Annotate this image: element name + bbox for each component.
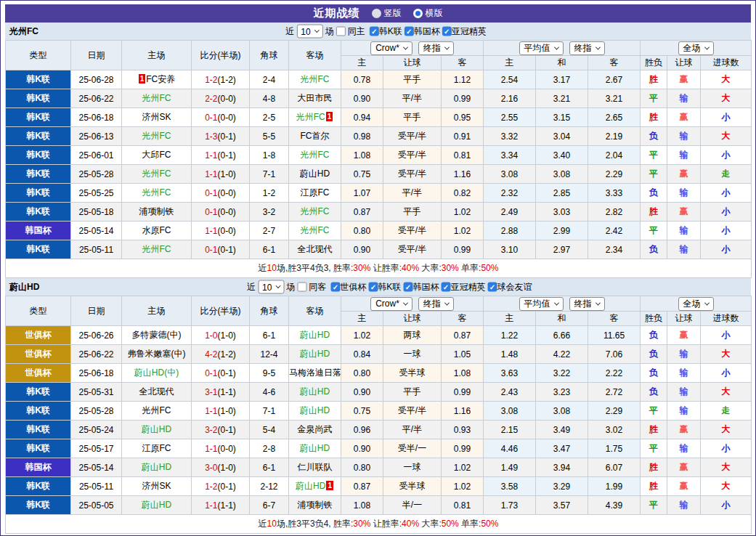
corner-score: 5-4 xyxy=(250,421,289,439)
team-section-ulsan: 蔚山HD 近 10 场 同客 ✓世俱杯✓韩K联✓韩国杯✓亚冠精英✓球会友谊 xyxy=(5,278,751,534)
odds-home: 0.78 xyxy=(341,70,383,89)
avg-home: 2.43 xyxy=(484,383,536,402)
radio-selected-icon[interactable] xyxy=(413,9,423,18)
avg-draw: 3.47 xyxy=(536,439,588,458)
score: 1-1(0-1) xyxy=(192,146,250,165)
result-outcome: 负 xyxy=(641,364,667,383)
match-count-select[interactable]: 10 xyxy=(258,280,284,294)
table-row: 韩K联 25-05-18 浦项制铁 0-1(0-0) 3-2 光州FC 0.87… xyxy=(6,203,752,222)
league-checkbox[interactable]: ✓ xyxy=(368,283,378,292)
match-date: 25-06-22 xyxy=(71,89,122,108)
odds-away: 0.93 xyxy=(442,421,484,439)
col-avg-away: 客 xyxy=(588,56,641,70)
bookmaker-select[interactable]: Crow* xyxy=(370,41,412,55)
result-goals: 小 xyxy=(701,108,752,127)
chevron-down-icon xyxy=(403,300,408,305)
same-venue-checkbox[interactable] xyxy=(336,27,346,36)
league-checkbox-label: 韩国杯 xyxy=(414,25,440,38)
layout-radio-vertical[interactable]: 竖版 xyxy=(372,7,402,20)
table-row: 韩K联 25-06-01 大邱FC 1-1(0-1) 1-8 光州FC 1.08… xyxy=(6,146,752,165)
score: 1-0(1-0) xyxy=(192,326,250,345)
table-row: 韩K联 25-06-28 1FC安养 1-2(1-2) 2-4 光州FC 0.7… xyxy=(6,70,752,89)
average-time-select[interactable]: 终指 xyxy=(569,41,605,55)
match-count-select[interactable]: 10 xyxy=(296,25,322,38)
odds-time-select[interactable]: 终指 xyxy=(418,41,454,55)
result-outcome: 负 xyxy=(641,127,667,146)
col-home: 主场 xyxy=(122,296,192,326)
avg-away: 2.29 xyxy=(588,402,641,421)
matches-tbody: 韩K联 25-06-28 1FC安养 1-2(1-2) 2-4 光州FC 0.7… xyxy=(6,70,752,259)
result-outcome: 平 xyxy=(641,222,667,240)
col-away: 客场 xyxy=(289,296,341,326)
odds-home: 1.08 xyxy=(341,146,383,165)
score: 1-1(1-0) xyxy=(192,165,250,184)
radio-icon[interactable] xyxy=(372,9,381,18)
home-team: 水原FC xyxy=(122,222,192,240)
odds-away: 0.95 xyxy=(442,108,484,127)
odds-home: 0.94 xyxy=(341,108,383,127)
red-card-badge: 1 xyxy=(326,481,333,490)
away-team: 光州FC xyxy=(289,70,341,89)
match-date: 25-05-11 xyxy=(71,240,122,259)
league-checkbox[interactable]: ✓ xyxy=(370,27,379,36)
chevron-down-icon xyxy=(554,300,559,305)
chevron-down-icon xyxy=(444,44,450,49)
corner-score: 6-1 xyxy=(250,326,289,345)
average-select[interactable]: 平均值 xyxy=(519,41,564,55)
col-corner: 角球 xyxy=(250,41,289,70)
league-filter-group: ✓世俱杯✓韩K联✓韩国杯✓亚冠精英✓球会友谊 xyxy=(328,281,532,293)
table-row: 韩K联 25-05-11 光州FC 0-1(0-1) 6-1 全北现代 0.90… xyxy=(6,240,752,259)
corner-score: 7-1 xyxy=(250,402,289,421)
away-team: 光州FC xyxy=(289,146,341,165)
average-time-select[interactable]: 终指 xyxy=(569,297,605,311)
league-checkbox[interactable]: ✓ xyxy=(405,27,414,36)
table-row: 韩国杯 25-05-14 蔚山HD 3-0(1-0) 6-1 仁川联队 0.80… xyxy=(6,458,752,477)
col-result-goals: 进球数 xyxy=(701,312,752,326)
corner-score: 4-6 xyxy=(250,383,289,402)
away-team: 蔚山HD xyxy=(289,439,341,458)
bookmaker-select[interactable]: Crow* xyxy=(370,297,412,311)
avg-draw: 3.49 xyxy=(536,421,588,439)
odds-home: 0.87 xyxy=(341,477,383,496)
avg-draw: 2.97 xyxy=(536,240,588,259)
match-date: 25-06-26 xyxy=(71,326,122,345)
league-checkbox[interactable]: ✓ xyxy=(442,27,452,36)
score: 1-1(0-0) xyxy=(192,222,250,240)
result-goals: 大 xyxy=(701,383,752,402)
col-avg-away: 客 xyxy=(588,312,641,326)
league-checkbox-label: 韩K联 xyxy=(379,25,402,38)
col-away: 客场 xyxy=(289,41,341,70)
result-goals: 小 xyxy=(701,184,752,203)
average-select[interactable]: 平均值 xyxy=(519,297,564,311)
avg-home: 4.46 xyxy=(484,439,536,458)
result-handicap: 输 xyxy=(667,496,701,515)
odds-handicap: 受平/半 xyxy=(383,222,442,240)
period-select[interactable]: 全场 xyxy=(678,41,714,55)
league-checkbox[interactable]: ✓ xyxy=(487,283,497,292)
table-row: 韩K联 25-05-11 济州SK 1-2(0-1) 2-12 蔚山HD1 0.… xyxy=(6,477,752,496)
odds-time-select[interactable]: 终指 xyxy=(418,297,454,311)
score: 3-1(1-1) xyxy=(192,383,250,402)
odds-group-header: Crow* 终指 xyxy=(341,296,484,312)
col-result-outcome: 胜负 xyxy=(641,312,667,326)
avg-draw: 3.21 xyxy=(536,89,588,108)
home-team: 光州FC xyxy=(122,127,192,146)
odds-away: 1.16 xyxy=(442,402,484,421)
result-handicap: 赢 xyxy=(667,421,701,439)
odds-handicap: 受平/半 xyxy=(383,127,442,146)
layout-radio-horizontal[interactable]: 横版 xyxy=(413,7,443,20)
result-goals: 大 xyxy=(701,458,752,477)
same-venue-checkbox[interactable] xyxy=(297,283,306,292)
col-avg-home: 主 xyxy=(484,312,536,326)
league-checkbox[interactable]: ✓ xyxy=(441,283,450,292)
away-team: 蔚山HD xyxy=(289,383,341,402)
league-checkbox[interactable]: ✓ xyxy=(330,283,340,292)
col-date: 日期 xyxy=(71,41,122,70)
league-badge: 韩K联 xyxy=(6,477,71,496)
avg-away: 2.04 xyxy=(588,146,641,165)
period-select[interactable]: 全场 xyxy=(678,297,714,311)
away-team: 浦项制铁 xyxy=(289,496,341,515)
league-checkbox[interactable]: ✓ xyxy=(403,283,412,292)
period-value: 全场 xyxy=(683,42,701,54)
corner-score: 6-1 xyxy=(250,240,289,259)
